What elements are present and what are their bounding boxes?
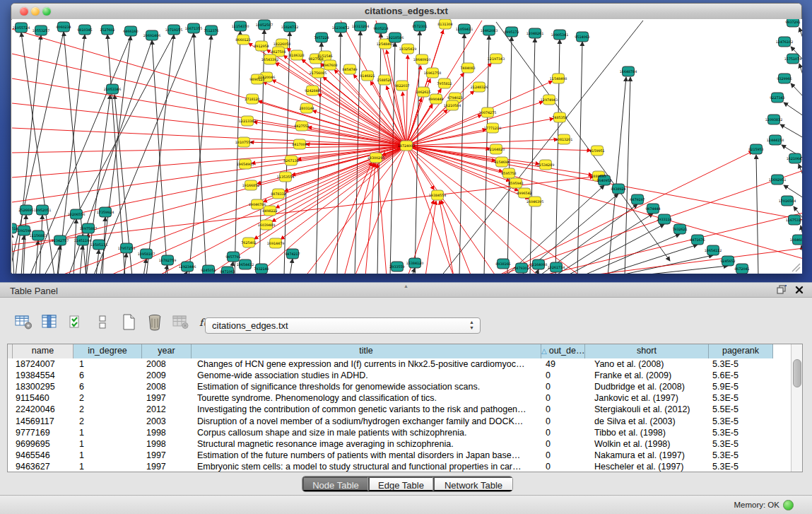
new-table-button[interactable]: [119, 314, 139, 332]
graph-node-label: 7932621: [672, 228, 687, 231]
column-header-in_degree[interactable]: in_degree: [73, 344, 142, 358]
column-header-year[interactable]: year: [142, 344, 192, 358]
graph-node-label: 11353554: [277, 175, 294, 179]
graph-node-label: 7957224: [314, 36, 329, 40]
graph-node-label: 1640952: [596, 179, 611, 182]
show-columns-button[interactable]: [40, 314, 60, 332]
graph-node-label: 12093832: [765, 118, 782, 122]
float-panel-icon[interactable]: [777, 285, 787, 294]
cell-name: 9465546: [13, 450, 73, 461]
cell-year: 1997: [142, 392, 192, 404]
graph-node-label: 16543392: [261, 58, 278, 62]
graph-node-label: 17359924: [97, 211, 114, 214]
graph-node-label: 2933114: [657, 218, 671, 221]
graph-edge: [344, 163, 374, 274]
graph-edge: [554, 214, 653, 274]
graph-node-label: 16210584: [444, 104, 461, 107]
cell-out_de: 0: [541, 427, 585, 438]
graph-node-label: 7512376: [204, 29, 218, 33]
window-resize-grip[interactable]: [790, 262, 801, 272]
graph-node-label: 8471676: [690, 238, 705, 242]
graph-node-label: 8660123: [235, 38, 250, 42]
graph-node-label: 18952051: [34, 209, 51, 212]
graph-node-label: 11154370: [232, 25, 249, 28]
column-header-out_de[interactable]: △out_de…: [541, 344, 585, 358]
column-header-name[interactable]: name: [13, 344, 73, 358]
column-settings-button[interactable]: [14, 314, 34, 332]
table-row[interactable]: 1830029562008Estimation of significance …: [8, 381, 802, 392]
graph-node-label: 9514063: [575, 35, 589, 39]
panel-resize-caret[interactable]: ▲: [404, 284, 408, 288]
column-header-pagerank[interactable]: pagerank: [709, 344, 773, 358]
graph-node-label: 9329966: [777, 77, 792, 81]
column-header-label: short: [637, 346, 657, 356]
graph-node-label: 8471063: [220, 270, 235, 274]
selection-mode-button[interactable]: [66, 314, 86, 332]
cell-pagerank: 5.3E-5: [709, 450, 773, 461]
network-graph[interactable]: 1872400786601238912954182260589827508818…: [12, 19, 802, 274]
graph-node-label: 10905341: [551, 33, 568, 37]
row-boxes-icon: [96, 315, 109, 332]
import-table-disabled-button[interactable]: [171, 314, 191, 332]
cell-short: Jankovic et al. (1997): [585, 392, 709, 404]
graph-edge: [263, 82, 406, 146]
graph-node-label: 8595943: [508, 182, 523, 185]
column-header-title[interactable]: title: [192, 344, 541, 358]
tab-node-table[interactable]: Node Table: [302, 477, 368, 491]
table-row[interactable]: 1872400712008Changes of HCN gene express…: [8, 358, 802, 370]
close-panel-icon[interactable]: [795, 286, 804, 294]
table-row[interactable]: 969969511998Structural magnetic resonanc…: [8, 438, 802, 450]
table-row[interactable]: 977716911998Corpus callosum shape and si…: [8, 427, 802, 438]
cell-short: Wolkin et al. (1998): [585, 438, 709, 450]
cell-pagerank: 5.9E-5: [709, 381, 773, 392]
tab-edge-table[interactable]: Edge Table: [368, 477, 433, 491]
cell-year: 2008: [142, 381, 192, 392]
graph-node-label: 16230472: [332, 26, 349, 30]
cell-pagerank: 5.5E-5: [709, 404, 773, 415]
graph-node-label: 8990448: [428, 98, 443, 101]
cell-title: Investigating the contribution of common…: [192, 404, 541, 415]
row-gutter: [8, 450, 13, 461]
table-scrollbar[interactable]: [791, 344, 802, 472]
cell-title: Genome-wide association studies in ADHD.: [192, 370, 541, 381]
table-selector-value: citations_edges.txt: [212, 320, 288, 331]
table-row[interactable]: 1456911722003Disruption of a novel membe…: [8, 415, 802, 426]
window-titlebar[interactable]: citations_edges.txt: [11, 4, 801, 20]
graph-node-label: 7932148: [254, 267, 269, 271]
row-gutter: [8, 461, 13, 472]
graph-node-label: 8186328: [289, 54, 304, 57]
scrollbar-thumb[interactable]: [793, 359, 801, 387]
table-type-segmented-control: Node TableEdge TableNetwork Table: [302, 476, 513, 492]
sort-ascending-icon: △: [541, 347, 547, 355]
delete-table-button[interactable]: [145, 314, 165, 332]
table-row[interactable]: 2242004622012Investigating the contribut…: [8, 404, 802, 415]
column-header-short[interactable]: short: [585, 344, 709, 358]
cell-out_de: 0: [541, 404, 585, 415]
graph-edge: [406, 146, 454, 274]
graph-node-label: 9890123: [249, 78, 264, 81]
table-row[interactable]: 911546021997Tourette syndrome. Phenomeno…: [8, 392, 802, 404]
graph-node-label: 10975887: [80, 227, 97, 230]
table-selector-dropdown[interactable]: citations_edges.txt ▲▼: [205, 317, 481, 334]
table-tabs-bar: Node TableEdge TableNetwork Table: [0, 476, 812, 491]
cell-year: 2003: [142, 416, 192, 427]
row-boxes-button[interactable]: [93, 314, 112, 332]
table-header-row: namein_degreeyeartitle△out_de…shortpager…: [8, 344, 802, 358]
network-canvas[interactable]: 1872400786601238912954182260589827508818…: [12, 19, 802, 274]
column-header-label: year: [158, 346, 175, 356]
graph-node-label: 8995172: [504, 30, 519, 34]
graph-node-label: 6794023: [447, 96, 462, 100]
graph-node-label: 16782759: [159, 259, 176, 262]
tab-network-table[interactable]: Network Table: [433, 477, 512, 491]
table-row[interactable]: 946554611997Estimation of the future num…: [8, 450, 802, 461]
graph-node-label: 11534289: [537, 163, 554, 167]
table-row[interactable]: 1938455462009Genome-wide association stu…: [8, 370, 802, 381]
graph-edge: [412, 268, 415, 274]
cell-pagerank: 5.3E-5: [709, 358, 773, 370]
column-header-label: in_degree: [88, 346, 127, 356]
table-row[interactable]: 946362711997Embryonic stem cells: a mode…: [8, 461, 802, 472]
graph-edge: [12, 146, 406, 153]
graph-edge: [496, 22, 670, 261]
memory-ok-indicator[interactable]: [783, 500, 794, 510]
graph-edge: [259, 30, 264, 274]
